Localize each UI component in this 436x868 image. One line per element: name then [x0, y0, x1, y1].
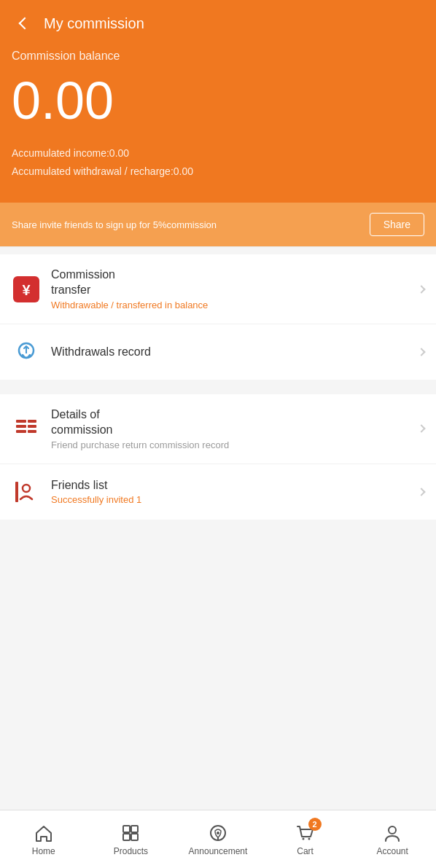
- details-commission-icon: [13, 415, 39, 442]
- friends-list-icon: [13, 479, 39, 505]
- products-label: Products: [114, 846, 148, 856]
- svg-rect-13: [131, 826, 138, 832]
- friends-title: Friends list: [51, 478, 413, 493]
- withdrawals-chevron: [417, 348, 425, 356]
- back-button[interactable]: [12, 12, 35, 35]
- commission-stats: Accumulated income:0.00 Accumulated with…: [12, 144, 424, 181]
- account-label: Account: [376, 846, 408, 856]
- svg-rect-15: [131, 834, 138, 840]
- nav-item-announcement[interactable]: Announcement: [174, 810, 262, 868]
- friends-icon-wrap: [12, 477, 41, 507]
- svg-point-19: [302, 837, 304, 840]
- menu-item-withdrawals-record[interactable]: Withdrawals record: [0, 324, 436, 380]
- accumulated-withdrawal: Accumulated withdrawal / recharge:0.00: [12, 163, 424, 181]
- back-arrow-icon: [19, 17, 31, 30]
- friends-chevron: [417, 488, 425, 496]
- details-title: Details ofcommission: [51, 407, 413, 438]
- svg-text:¥: ¥: [22, 282, 31, 298]
- friends-subtitle: Successfully invited 1: [51, 494, 413, 505]
- details-content: Details ofcommission Friend purchase ret…: [51, 407, 413, 450]
- svg-point-21: [389, 826, 396, 834]
- withdrawals-icon-wrap: [12, 337, 41, 367]
- products-icon: [120, 823, 141, 843]
- share-button[interactable]: Share: [370, 213, 424, 236]
- svg-rect-6: [16, 430, 26, 433]
- page-title: My commission: [44, 15, 144, 32]
- details-chevron: [417, 425, 425, 433]
- commission-transfer-title: Commissiontransfer: [51, 267, 413, 298]
- nav-item-cart[interactable]: 2 Cart: [262, 810, 349, 868]
- nav-item-home[interactable]: Home: [0, 810, 87, 868]
- commission-transfer-icon: ¥: [13, 276, 39, 302]
- account-icon: [382, 823, 402, 843]
- home-label: Home: [32, 846, 55, 856]
- svg-rect-9: [28, 430, 36, 433]
- svg-point-20: [308, 837, 310, 840]
- menu-item-commission-transfer[interactable]: ¥ Commissiontransfer Withdrawable / tran…: [0, 254, 436, 324]
- menu-section-2: Details ofcommission Friend purchase ret…: [0, 394, 436, 520]
- cart-badge: 2: [308, 818, 322, 831]
- menu-section-1: ¥ Commissiontransfer Withdrawable / tran…: [0, 254, 436, 380]
- commission-transfer-subtitle: Withdrawable / transferred in balance: [51, 300, 413, 310]
- svg-rect-14: [123, 834, 130, 840]
- top-bar: My commission: [12, 0, 424, 50]
- svg-rect-4: [16, 420, 26, 423]
- hero-section: My commission Commission balance 0.00 Ac…: [0, 0, 436, 203]
- menu-item-friends-list[interactable]: Friends list Successfully invited 1: [0, 464, 436, 520]
- commission-amount: 0.00: [12, 74, 424, 127]
- details-subtitle: Friend purchase return commission record: [51, 439, 413, 450]
- menu-item-details-of-commission[interactable]: Details ofcommission Friend purchase ret…: [0, 394, 436, 464]
- svg-rect-8: [28, 425, 36, 428]
- nav-item-account[interactable]: Account: [349, 810, 436, 868]
- bottom-nav: Home Products Announcement 2: [0, 810, 436, 868]
- svg-point-17: [217, 832, 219, 834]
- commission-transfer-content: Commissiontransfer Withdrawable / transf…: [51, 267, 413, 310]
- svg-point-11: [23, 485, 30, 492]
- withdrawals-icon: [13, 339, 39, 365]
- commission-transfer-icon-wrap: ¥: [12, 275, 41, 304]
- home-icon: [34, 823, 54, 843]
- withdrawals-title: Withdrawals record: [51, 345, 413, 360]
- svg-rect-12: [123, 826, 130, 832]
- friends-content: Friends list Successfully invited 1: [51, 478, 413, 506]
- share-text: Share invite friends to sign up for 5%co…: [12, 219, 370, 230]
- withdrawals-content: Withdrawals record: [51, 345, 413, 360]
- svg-rect-5: [16, 425, 26, 428]
- announcement-icon: [208, 823, 228, 843]
- details-icon-wrap: [12, 414, 41, 443]
- accumulated-income: Accumulated income:0.00: [12, 144, 424, 163]
- svg-rect-10: [15, 482, 18, 502]
- share-banner: Share invite friends to sign up for 5%co…: [0, 203, 436, 247]
- announcement-label: Announcement: [189, 846, 248, 856]
- cart-label: Cart: [297, 846, 314, 856]
- svg-rect-7: [28, 420, 36, 423]
- nav-item-products[interactable]: Products: [87, 810, 175, 868]
- commission-balance-label: Commission balance: [12, 50, 424, 63]
- section-gap: [0, 380, 436, 387]
- commission-transfer-chevron: [417, 285, 425, 293]
